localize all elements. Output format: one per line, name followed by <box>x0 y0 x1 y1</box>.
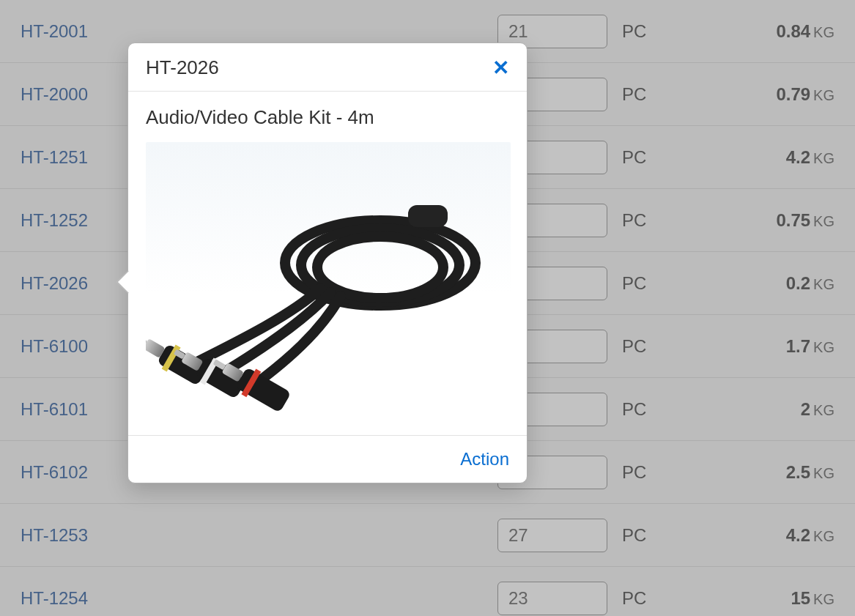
svg-rect-3 <box>408 205 448 227</box>
popover-body: Audio/Video Cable Kit - 4m <box>128 92 527 435</box>
product-image <box>146 142 511 418</box>
action-button[interactable]: Action <box>460 449 509 470</box>
svg-point-2 <box>317 237 443 298</box>
popover-title: HT-2026 <box>146 56 219 79</box>
close-icon: ✕ <box>492 56 509 79</box>
product-popover: HT-2026 ✕ Audio/Video Cable Kit - 4m <box>127 42 528 483</box>
close-button[interactable]: ✕ <box>492 58 509 78</box>
product-name: Audio/Video Cable Kit - 4m <box>146 106 509 129</box>
popover-header: HT-2026 ✕ <box>128 43 527 92</box>
popover-footer: Action <box>128 435 527 483</box>
